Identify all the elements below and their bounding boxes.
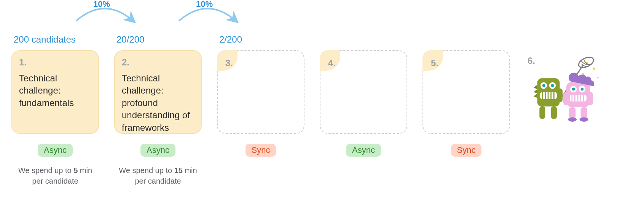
stage-2-tag: Async [140,144,175,157]
stage-3-tag: Sync [245,144,276,157]
svg-point-30 [581,88,584,91]
stage-6-illustration: 6. [525,50,601,134]
stage-2-number: 2. [122,57,194,68]
stage-1-tag: Async [38,144,73,157]
svg-rect-20 [566,82,590,107]
stage-2-note: We spend up to 15 min per candidate [116,165,200,186]
stage-5-number: 5. [431,58,502,68]
stage-5: 5. Sync [422,34,510,157]
stage-4-card: 4. [320,50,407,134]
svg-point-35 [568,117,577,122]
svg-point-3 [597,77,599,79]
arc-label-2: 10% [196,0,213,9]
svg-point-16 [551,84,554,87]
svg-rect-17 [539,106,545,119]
stage-5-card: 5. [422,50,510,134]
stages-row: 200 candidates 1. Technical challenge: f… [11,34,633,186]
stage-1: 200 candidates 1. Technical challenge: f… [11,34,99,186]
stage-6: 6. [525,34,601,134]
svg-rect-33 [569,107,575,119]
stage-2-title: Technical challenge: profound understand… [122,72,194,134]
arc-label-1: 10% [93,0,110,9]
stage-6-number: 6. [528,56,535,66]
svg-rect-18 [551,106,557,119]
svg-point-28 [572,88,575,91]
stage-1-number: 1. [19,57,91,68]
stage-2-candidates: 20/200 [114,34,144,47]
stage-1-card: 1. Technical challenge: fundamentals [11,50,99,134]
stage-3-card: 3. [217,50,304,134]
stage-5-tag: Sync [451,144,482,157]
svg-point-36 [580,117,588,122]
stage-3-number: 3. [225,58,296,68]
svg-rect-19 [558,89,563,102]
stage-1-note: We spend up to 5 min per candidate [13,165,97,186]
stage-4-tag: Async [346,144,381,157]
stage-3: 2/200 3. Sync [217,34,304,157]
stage-1-title: Technical challenge: fundamentals [19,72,91,109]
svg-point-14 [542,84,545,87]
stage-4: 4. Async [320,34,407,157]
svg-rect-34 [581,107,587,119]
stage-4-number: 4. [328,58,399,68]
svg-rect-31 [563,92,568,105]
stage-1-candidates: 200 candidates [11,34,76,47]
svg-rect-32 [588,92,593,105]
svg-point-1 [593,67,595,70]
stage-2: 20/200 2. Technical challenge: profound … [114,34,202,186]
stage-3-candidates: 2/200 [217,34,242,47]
monsters-illustration-icon [527,56,599,128]
stage-2-card: 2. Technical challenge: profound underst… [114,50,202,134]
